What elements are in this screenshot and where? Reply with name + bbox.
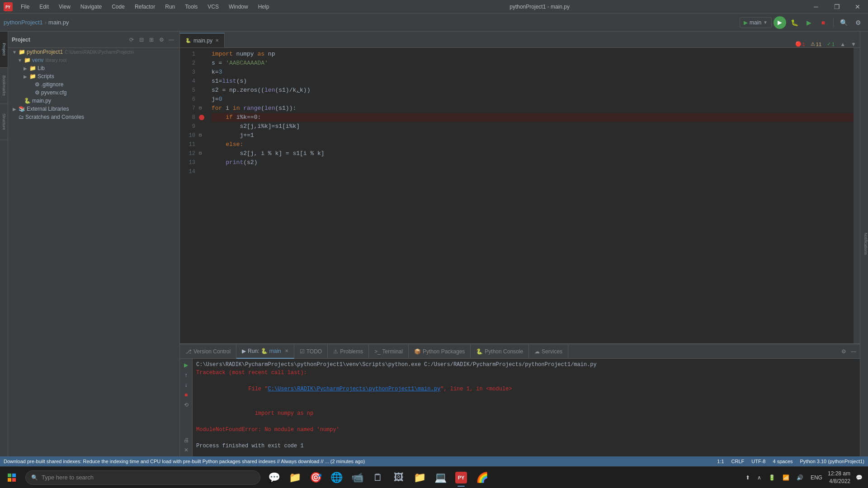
tab-problems[interactable]: ⚠ Problems (328, 344, 369, 359)
minimize-button[interactable]: ─ (806, 0, 826, 14)
tree-item-root[interactable]: ▼ 📁 pythonProject1 C:\Users\RADIK\Pychar… (8, 48, 179, 56)
taskbar-app-explorer[interactable]: 📁 (285, 468, 305, 488)
breadcrumb-file[interactable]: main.py (48, 19, 69, 26)
menu-vcs[interactable]: VCS (203, 2, 223, 12)
taskbar-app-matlab[interactable]: 🎯 (306, 468, 326, 488)
status-indent[interactable]: 4 spaces (773, 459, 793, 464)
status-python-version[interactable]: Python 3.10 (pythonProject1) (800, 459, 864, 464)
search-everywhere-button[interactable]: 🔍 (837, 16, 850, 29)
tree-item-lib[interactable]: ▶ 📁 Lib (8, 64, 179, 72)
notifications-label[interactable]: Notifications (863, 233, 868, 255)
menu-edit[interactable]: Edit (35, 2, 53, 12)
taskbar-system-tray[interactable]: ∧ (755, 474, 763, 482)
menu-view[interactable]: View (54, 2, 75, 12)
coverage-button[interactable]: ▶ (802, 16, 815, 29)
soft-wrap-button[interactable]: ⟲ (182, 400, 191, 409)
tab-mainpy[interactable]: 🐍 main.py ✕ (180, 33, 225, 47)
status-line-sep[interactable]: CRLF (731, 459, 745, 464)
tab-services[interactable]: ☁ Services (529, 344, 568, 359)
scroll-up-button[interactable]: ↑ (182, 371, 191, 380)
taskbar-app-zoom[interactable]: 📹 (347, 468, 367, 488)
taskbar-app-wechat[interactable]: 💬 (264, 468, 284, 488)
status-encoding[interactable]: UTF-8 (751, 459, 765, 464)
tab-terminal[interactable]: >_ Terminal (369, 344, 409, 359)
menu-navigate[interactable]: Navigate (76, 2, 106, 12)
taskbar-app-photos[interactable]: 🖼 (389, 468, 409, 488)
tab-version-control[interactable]: ⎇ Version Control (180, 344, 236, 359)
menu-file[interactable]: File (16, 2, 34, 12)
run-configuration[interactable]: ▶ main ▼ (740, 17, 772, 28)
tree-item-extlibs[interactable]: ▶ 📚 External Libraries (8, 105, 179, 113)
sync-icon[interactable]: ⟳ (127, 35, 136, 44)
taskbar-app-sticky[interactable]: 🗒 (368, 468, 388, 488)
menu-window[interactable]: Window (224, 2, 253, 12)
files-icon: 📁 (414, 472, 426, 483)
status-message[interactable]: Download pre-built shared indexes: Reduc… (4, 459, 365, 464)
scroll-down-icon[interactable]: ▼ (849, 41, 858, 47)
menu-refactor[interactable]: Refactor (130, 2, 160, 12)
run-tab-close[interactable]: ✕ (285, 348, 288, 353)
taskbar-lang[interactable]: ENG (809, 474, 824, 482)
bottom-settings-icon[interactable]: ⚙ (839, 347, 848, 356)
tab-todo[interactable]: ☑ TODO (294, 344, 328, 359)
start-button[interactable] (0, 467, 24, 488)
status-position[interactable]: 1:1 (717, 459, 724, 464)
breakpoint-dot[interactable] (199, 115, 204, 120)
tab-run[interactable]: ▶ Run: 🐍 main ✕ (236, 344, 294, 359)
scroll-up-icon[interactable]: ▲ (838, 41, 847, 47)
tree-item-scripts[interactable]: ▶ 📁 Scripts (8, 72, 179, 80)
taskbar-search[interactable]: 🔍 Type here to search (25, 470, 260, 485)
tree-item-gitignore[interactable]: ▶ ⚙ .gitignore (8, 80, 179, 89)
scroll-down-button[interactable]: ↓ (182, 380, 191, 389)
close-panel-button[interactable]: ✕ (182, 446, 191, 455)
panel-close-icon[interactable]: — (167, 35, 176, 44)
tree-item-mainpy[interactable]: ▶ 🐍 main.py (8, 97, 179, 105)
taskbar-network-icon[interactable]: ⬆ (744, 474, 752, 482)
breadcrumb-project[interactable]: pythonProject1 (4, 19, 43, 26)
maximize-button[interactable]: ❐ (826, 0, 847, 14)
bookmarks-tab[interactable]: Bookmarks (0, 68, 8, 104)
code-content[interactable]: import numpy as np s = 'AABCAAAADA' k=3 … (208, 48, 854, 343)
close-button[interactable]: ✕ (847, 0, 868, 14)
debug-button[interactable]: 🐛 (788, 16, 801, 29)
project-tab[interactable]: Project (0, 32, 8, 68)
status-message-text: Download pre-built shared indexes: Reduc… (4, 459, 365, 464)
tree-item-pyvenv[interactable]: ▶ ⚙ pyvenv.cfg (8, 89, 179, 97)
taskbar-app-other[interactable]: 🌈 (472, 468, 492, 488)
code-editor[interactable]: 12345 678910 11121314 ⊟ (180, 48, 860, 343)
taskbar-app-chrome[interactable]: 🌐 (326, 468, 346, 488)
settings-button[interactable]: ⚙ (852, 16, 864, 29)
code-line-8: if i%k==0: (212, 113, 854, 122)
structure-tab[interactable]: Structure (0, 104, 8, 140)
print-button[interactable]: 🖨 (182, 436, 191, 445)
tree-item-venv[interactable]: ▼ 📁 venv library root (8, 56, 179, 64)
run-file-prefix: File " (242, 386, 268, 392)
taskbar-app-files[interactable]: 📁 (410, 468, 429, 488)
editor-scrollbar[interactable] (854, 48, 860, 343)
bottom-close-icon[interactable]: — (849, 347, 858, 356)
collapse-all-icon[interactable]: ⊟ (137, 35, 146, 44)
run-button[interactable]: ▶ (774, 16, 786, 29)
taskbar-clock[interactable]: 12:28 am 4/8/2022 (828, 470, 850, 485)
expand-all-icon[interactable]: ⊞ (147, 35, 156, 44)
run-again-button[interactable]: ▶ (182, 361, 191, 370)
python-packages-icon: 📦 (414, 348, 421, 355)
taskbar-notification-icon[interactable]: 💬 (854, 474, 864, 482)
stop-button[interactable]: ■ (817, 16, 830, 29)
stop-run-button[interactable]: ■ (182, 390, 191, 399)
menu-help[interactable]: Help (254, 2, 274, 12)
tab-python-console[interactable]: 🐍 Python Console (471, 344, 529, 359)
taskbar-app-cmd[interactable]: 💻 (430, 468, 450, 488)
folder-icon-root: 📁 (19, 49, 25, 55)
menu-code[interactable]: Code (107, 2, 129, 12)
tab-python-packages[interactable]: 📦 Python Packages (409, 344, 471, 359)
menu-tools[interactable]: Tools (180, 2, 202, 12)
panel-settings-icon[interactable]: ⚙ (157, 35, 166, 44)
expand-arrow-extlibs: ▶ (12, 106, 17, 112)
menu-run[interactable]: Run (160, 2, 179, 12)
tab-close-button[interactable]: ✕ (215, 38, 219, 43)
taskbar-app-pycharm[interactable]: PY (451, 468, 471, 488)
tree-label-lib: Lib (38, 65, 45, 71)
tree-item-scratches[interactable]: ▶ 🗂 Scratches and Consoles (8, 113, 179, 121)
run-file-link[interactable]: C:\Users\RADIK\PycharmProjects\pythonPro… (268, 386, 440, 392)
